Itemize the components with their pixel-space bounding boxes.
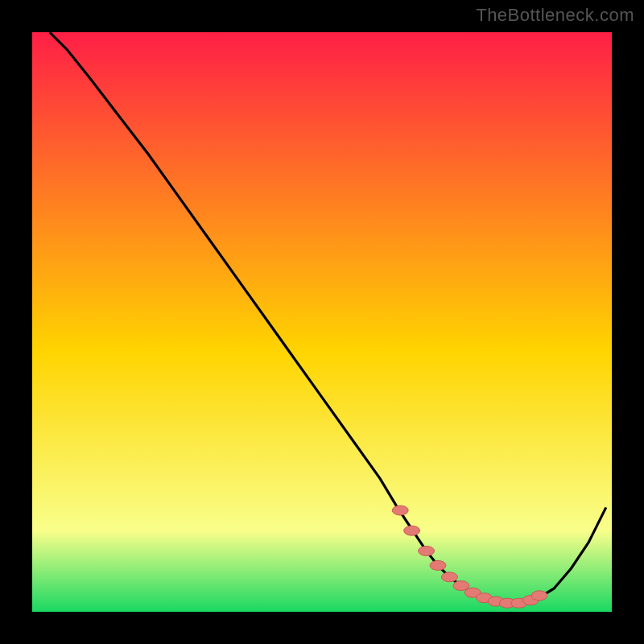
chart-container: TheBottleneck.com [0,0,644,644]
marker-point [392,506,408,515]
marker-point [419,546,435,555]
marker-point [441,572,457,582]
plot-svg [32,32,612,612]
marker-point [404,526,420,535]
marker-point [430,560,446,570]
plot-background [32,32,612,612]
plot-frame [32,32,612,612]
marker-point [531,591,547,601]
watermark-text: TheBottleneck.com [476,5,634,26]
